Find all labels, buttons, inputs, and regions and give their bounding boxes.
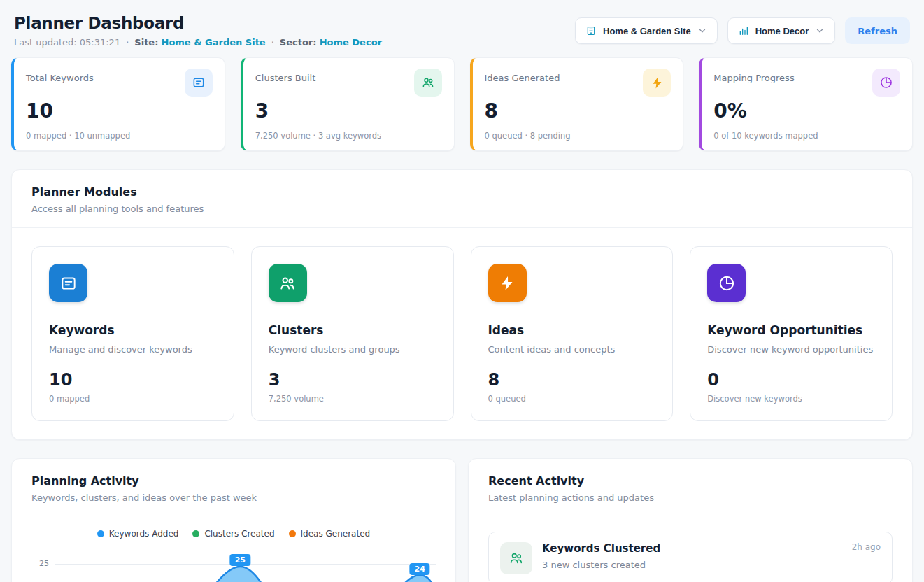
refresh-button[interactable]: Refresh [845, 17, 910, 44]
module-subtext: 0 mapped [49, 394, 217, 404]
legend-item-clusters-created[interactable]: Clusters Created [192, 529, 274, 539]
planning-activity-body: Keywords Added Clusters Created Ideas Ge… [12, 516, 455, 582]
section-subtitle: Access all planning tools and features [31, 204, 893, 214]
module-card-clusters[interactable]: Clusters Keyword clusters and groups 3 7… [251, 246, 454, 421]
module-description: Manage and discover keywords [49, 344, 217, 355]
legend-dot [289, 530, 296, 537]
planning-activity-panel: Planning Activity Keywords, clusters, an… [11, 458, 456, 582]
stat-card-clusters-built: Clusters Built 3 7,250 volume · 3 avg ke… [241, 57, 455, 151]
page-title: Planner Dashboard [14, 14, 382, 32]
panel-subtitle: Latest planning actions and updates [488, 492, 893, 503]
chart-legend: Keywords Added Clusters Created Ideas Ge… [31, 529, 436, 539]
module-description: Content ideas and concepts [488, 344, 656, 355]
stat-label: Ideas Generated [485, 69, 560, 83]
stat-subtext: 0 of 10 keywords mapped [713, 131, 900, 141]
sector-selector-button[interactable]: Home Decor [727, 17, 836, 44]
module-subtext: 0 queued [488, 394, 656, 404]
activity-item: Keywords Clustered 3 new clusters create… [488, 532, 893, 582]
stat-subtext: 7,250 volume · 3 avg keywords [255, 131, 442, 141]
meta-separator: · [126, 37, 129, 48]
sector-meta: Sector: Home Decor [280, 37, 382, 48]
module-title: Clusters [269, 323, 436, 337]
module-title: Keywords [49, 323, 217, 337]
panel-subtitle: Keywords, clusters, and ideas over the p… [31, 492, 436, 503]
activity-timestamp: 2h ago [852, 542, 881, 552]
activity-title: Keywords Clustered [542, 542, 660, 555]
data-label-badge: 24 [409, 563, 429, 575]
legend-label: Ideas Generated [301, 529, 371, 539]
planner-modules-section: Planner Modules Access all planning tool… [11, 169, 913, 440]
planner-modules-header: Planner Modules Access all planning tool… [12, 170, 912, 228]
keywords-icon [49, 264, 87, 302]
recent-activity-body: Keywords Clustered 3 new clusters create… [469, 516, 912, 582]
bolt-icon [488, 264, 527, 302]
panel-title: Recent Activity [488, 474, 893, 488]
legend-item-ideas-generated[interactable]: Ideas Generated [289, 529, 371, 539]
stat-label: Mapping Progress [713, 69, 794, 83]
header-meta: Last updated: 05:31:21 · Site: Home & Ga… [14, 37, 382, 48]
module-description: Keyword clusters and groups [269, 344, 436, 355]
stat-value: 0% [713, 99, 900, 122]
sector-selector-label: Home Decor [755, 26, 809, 36]
planner-dashboard-page: Planner Dashboard Last updated: 05:31:21… [0, 0, 924, 582]
header-actions: Home & Garden Site Home Decor Refresh [575, 17, 910, 44]
clusters-icon [269, 264, 307, 302]
module-description: Discover new keyword opportunities [707, 344, 875, 355]
data-label-badge: 25 [230, 554, 250, 566]
stat-card-total-keywords: Total Keywords 10 0 mapped · 10 unmapped [11, 57, 225, 151]
site-selector-button[interactable]: Home & Garden Site [575, 17, 718, 44]
chart-plot-area: 25 24 [55, 547, 436, 582]
activity-text: Keywords Clustered 3 new clusters create… [542, 542, 660, 570]
y-axis-tick: 25 [39, 559, 49, 568]
modules-grid: Keywords Manage and discover keywords 10… [12, 228, 912, 439]
stat-label: Clusters Built [255, 69, 316, 83]
pie-chart-icon [707, 264, 746, 302]
chart-y-axis: 25 [31, 547, 55, 582]
legend-dot [97, 530, 104, 537]
module-title: Ideas [488, 323, 656, 337]
stat-value: 8 [485, 99, 671, 122]
panel-title: Planning Activity [31, 474, 436, 488]
planning-activity-header: Planning Activity Keywords, clusters, an… [12, 459, 455, 516]
stat-card-ideas-generated: Ideas Generated 8 0 queued · 8 pending [470, 57, 684, 151]
module-card-keywords[interactable]: Keywords Manage and discover keywords 10… [31, 246, 234, 421]
building-icon [585, 25, 597, 36]
module-card-ideas[interactable]: Ideas Content ideas and concepts 8 0 que… [471, 246, 674, 421]
legend-dot [192, 530, 199, 537]
section-title: Planner Modules [31, 185, 893, 199]
recent-activity-panel: Recent Activity Latest planning actions … [468, 458, 913, 582]
last-updated-text: Last updated: 05:31:21 [14, 37, 120, 48]
recent-activity-header: Recent Activity Latest planning actions … [469, 459, 912, 516]
module-subtext: Discover new keywords [707, 394, 875, 404]
stat-value: 3 [255, 99, 442, 122]
meta-separator: · [271, 37, 274, 48]
bar-chart-icon [738, 25, 749, 36]
module-value: 3 [269, 370, 436, 390]
sector-link[interactable]: Home Decor [320, 37, 382, 48]
module-card-keyword-opportunities[interactable]: Keyword Opportunities Discover new keywo… [690, 246, 893, 421]
header-left: Planner Dashboard Last updated: 05:31:21… [14, 14, 382, 48]
legend-label: Clusters Created [204, 529, 274, 539]
stats-row: Total Keywords 10 0 mapped · 10 unmapped… [11, 57, 913, 151]
sector-label: Sector: [280, 37, 317, 48]
module-title: Keyword Opportunities [707, 323, 875, 337]
module-value: 8 [488, 370, 656, 390]
line-chart: 25 25 24 [31, 547, 436, 582]
module-subtext: 7,250 volume [269, 394, 436, 404]
chevron-down-icon [815, 26, 825, 36]
site-link[interactable]: Home & Garden Site [162, 37, 266, 48]
legend-item-keywords-added[interactable]: Keywords Added [97, 529, 179, 539]
bottom-panels: Planning Activity Keywords, clusters, an… [11, 458, 913, 582]
module-value: 0 [707, 370, 875, 390]
site-selector-label: Home & Garden Site [603, 26, 691, 36]
chevron-down-icon [697, 26, 707, 36]
keywords-icon [185, 69, 213, 97]
clusters-icon [500, 542, 532, 574]
clusters-icon [414, 69, 442, 97]
bolt-icon [643, 69, 671, 97]
site-meta: Site: Home & Garden Site [134, 37, 265, 48]
stat-subtext: 0 mapped · 10 unmapped [26, 131, 213, 141]
stat-label: Total Keywords [26, 69, 94, 83]
stat-card-mapping-progress: Mapping Progress 0% 0 of 10 keywords map… [699, 57, 913, 151]
stat-value: 10 [26, 99, 213, 122]
